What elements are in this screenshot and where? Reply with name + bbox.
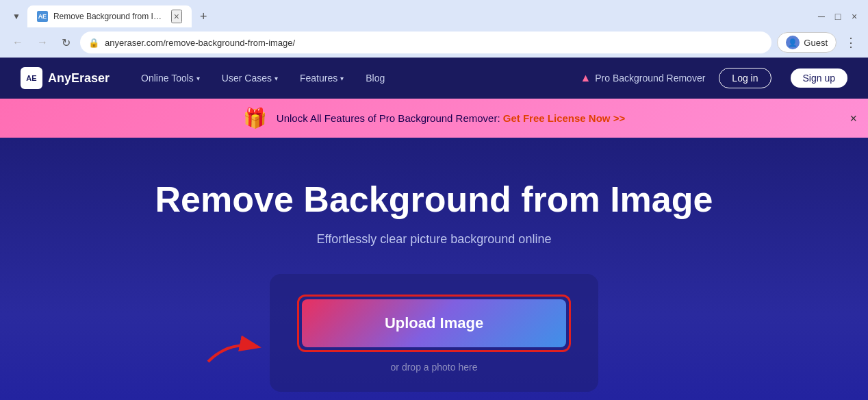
browser-tab-bar: AE Remove Background from Im... × + xyxy=(27,5,213,27)
upload-button-wrapper: Upload Image xyxy=(297,295,571,352)
browser-chrome: ▼ AE Remove Background from Im... × + ─ … xyxy=(0,0,868,58)
pro-icon: ▲ xyxy=(580,72,591,84)
promo-banner: 🎁 Unlock All Features of Pro Background … xyxy=(0,99,868,138)
promo-text: Unlock All Features of Pro Background Re… xyxy=(277,112,625,124)
address-bar[interactable]: 🔒 anyeraser.com/remove-background-from-i… xyxy=(80,32,771,53)
promo-link[interactable]: Get Free License Now >> xyxy=(503,112,625,124)
gift-icon: 🎁 xyxy=(243,107,267,129)
chevron-down-icon: ▾ xyxy=(196,75,200,82)
browser-tab-active[interactable]: AE Remove Background from Im... × xyxy=(27,5,192,27)
upload-area-wrapper: Upload Image or drop a photo here xyxy=(270,274,598,392)
tab-title: Remove Background from Im... xyxy=(53,12,166,21)
nav-item-user-cases[interactable]: User Cases ▾ xyxy=(218,73,282,84)
hero-title: Remove Background from Image xyxy=(155,179,713,220)
nav-pro-remover[interactable]: ▲ Pro Background Remover xyxy=(580,72,705,84)
window-controls: ─ □ × xyxy=(816,11,860,22)
pro-label: Pro Background Remover xyxy=(595,73,705,84)
forward-button[interactable]: → xyxy=(33,34,52,51)
address-text: anyeraser.com/remove-background-from-ima… xyxy=(105,38,763,48)
tab-close-button[interactable]: × xyxy=(171,10,182,23)
back-button[interactable]: ← xyxy=(8,34,27,51)
hero-section: Remove Background from Image Effortlessl… xyxy=(0,138,868,400)
minimize-button[interactable]: ─ xyxy=(816,11,827,22)
refresh-button[interactable]: ↻ xyxy=(58,34,75,52)
upload-card: Upload Image or drop a photo here xyxy=(270,274,598,392)
lock-icon: 🔒 xyxy=(88,38,99,48)
arrow-svg xyxy=(201,327,263,368)
maximize-button[interactable]: □ xyxy=(832,11,843,22)
browser-title-bar: ▼ AE Remove Background from Im... × + ─ … xyxy=(0,0,868,27)
upload-image-button[interactable]: Upload Image xyxy=(302,299,566,347)
nav-item-features[interactable]: Features ▾ xyxy=(296,73,348,84)
drop-text: or drop a photo here xyxy=(391,362,478,373)
browser-menu-button[interactable]: ⋮ xyxy=(842,32,860,53)
logo-area[interactable]: AE AnyEraser xyxy=(21,67,110,89)
tab-favicon: AE xyxy=(37,11,48,22)
promo-close-button[interactable]: × xyxy=(850,111,857,125)
arrow-decoration xyxy=(201,327,263,371)
website-content: AE AnyEraser Online Tools ▾ User Cases ▾… xyxy=(0,58,868,400)
browser-toolbar: ← → ↻ 🔒 anyeraser.com/remove-background-… xyxy=(0,27,868,58)
tabs-dropdown-button[interactable]: ▼ xyxy=(8,9,25,24)
login-button[interactable]: Log in xyxy=(719,68,771,88)
hero-subtitle: Effortlessly clear picture background on… xyxy=(317,232,552,247)
brand-name: AnyEraser xyxy=(48,71,110,86)
nav-item-online-tools[interactable]: Online Tools ▾ xyxy=(137,73,204,84)
logo-box: AE xyxy=(21,67,42,89)
logo-initials: AE xyxy=(26,74,36,82)
signup-button[interactable]: Sign up xyxy=(791,68,847,88)
navbar: AE AnyEraser Online Tools ▾ User Cases ▾… xyxy=(0,58,868,99)
chevron-down-icon: ▾ xyxy=(275,75,278,82)
guest-label: Guest xyxy=(804,38,828,48)
close-window-button[interactable]: × xyxy=(849,11,860,22)
nav-item-blog[interactable]: Blog xyxy=(361,73,389,84)
new-tab-button[interactable]: + xyxy=(194,7,213,27)
guest-icon: 👤 xyxy=(786,36,800,49)
chevron-down-icon: ▾ xyxy=(340,75,344,82)
guest-button[interactable]: 👤 Guest xyxy=(777,32,837,53)
